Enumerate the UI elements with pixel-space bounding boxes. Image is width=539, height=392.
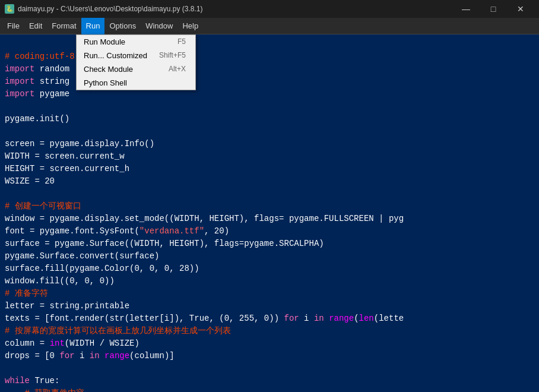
check-module-item[interactable]: Check Module Alt+X xyxy=(77,62,195,76)
run-customized-item[interactable]: Run... Customized Shift+F5 xyxy=(77,49,195,62)
menu-run[interactable]: Run xyxy=(81,18,105,34)
titlebar: 🐍 daimayu.py - C:\Users\Lenovo\Desktop\d… xyxy=(0,0,539,18)
minimize-button[interactable]: — xyxy=(452,0,480,18)
run-dropdown-menu: Run Module F5 Run... Customized Shift+F5… xyxy=(76,34,196,90)
check-module-shortcut: Alt+X xyxy=(169,65,186,74)
menu-help[interactable]: Help xyxy=(177,18,203,34)
close-button[interactable]: ✕ xyxy=(507,0,534,18)
menu-format[interactable]: Format xyxy=(47,18,81,34)
run-customized-label: Run... Customized xyxy=(84,51,147,60)
menu-edit[interactable]: Edit xyxy=(24,18,47,34)
run-module-label: Run Module xyxy=(84,37,125,46)
run-module-item[interactable]: Run Module F5 xyxy=(77,35,195,49)
app-icon: 🐍 xyxy=(5,4,14,14)
menubar: File Edit Format Run Options Window Help xyxy=(0,18,539,34)
titlebar-controls: — □ ✕ xyxy=(452,0,534,18)
titlebar-title: daimayu.py - C:\Users\Lenovo\Desktop\dai… xyxy=(18,5,202,13)
run-module-shortcut: F5 xyxy=(177,37,186,46)
menu-window[interactable]: Window xyxy=(141,18,177,34)
check-module-label: Check Module xyxy=(84,65,133,74)
run-customized-shortcut: Shift+F5 xyxy=(159,51,186,60)
python-shell-label: Python Shell xyxy=(84,78,127,87)
menu-options[interactable]: Options xyxy=(104,18,141,34)
menu-file[interactable]: File xyxy=(2,18,24,34)
titlebar-left: 🐍 daimayu.py - C:\Users\Lenovo\Desktop\d… xyxy=(5,4,202,14)
python-shell-item[interactable]: Python Shell xyxy=(77,76,195,90)
maximize-button[interactable]: □ xyxy=(480,0,507,18)
